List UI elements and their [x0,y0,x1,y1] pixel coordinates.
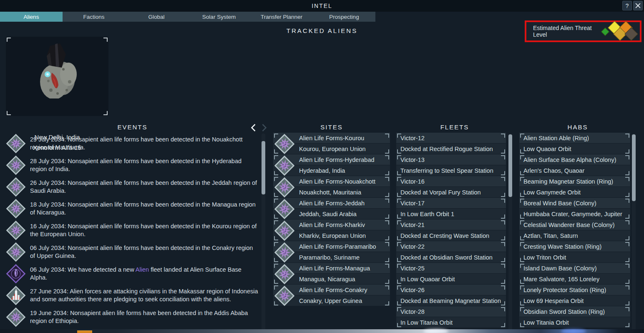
hab-item[interactable]: Celestial Wanderer Base (Colony) Aztlan,… [519,219,630,241]
fleet-status: Docked at Vorpal Fury Station [396,187,506,197]
tracked-alien-card[interactable]: New Delhi, India Xenoform Alfa-15 [6,37,108,116]
habs-header: HABS [519,124,636,132]
frame-corner [625,214,629,219]
hab-item[interactable]: Boreal Wind Base (Colony) Humbaba Crater… [519,198,630,219]
event-item[interactable]: 16 July 2034: Nonsapient alien life form… [4,219,261,241]
events-header: EVENTS [4,124,261,132]
site-item[interactable]: Alien Life Forms-Conakry Conakry, Upper … [273,285,390,306]
event-item[interactable]: 28 July 2034: Nonsapient alien life form… [4,154,261,176]
frame-corner [625,258,629,262]
help-button[interactable]: ? [622,1,632,10]
frame-corner [520,258,524,262]
fleet-item[interactable]: Victor-16 Docked at Vorpal Fury Station [396,176,506,198]
event-item[interactable]: 19 June 2034: Nonsapient alien life form… [4,306,261,328]
alien-lifeform-icon [5,154,27,176]
events-next-button[interactable] [259,122,269,133]
frame-corner [625,236,629,240]
threat-level-label: Estimated Alien Threat Level [533,25,598,38]
frame-corner [385,236,389,240]
alien-lifeform-icon [273,263,296,285]
site-item[interactable]: Alien Life Forms-Kourou Kourou, European… [273,133,390,154]
event-item[interactable]: 06 July 2034: Nonsapient alien life form… [4,241,261,263]
hab-item[interactable]: Alien Station Able (Ring) Low Quaoar Orb… [519,133,630,154]
site-item[interactable]: Alien Life Forms-Managua Managua, Nicara… [273,263,390,285]
frame-corner [397,177,401,181]
event-item[interactable]: 29 July 2034: Nonsapient alien life form… [4,133,261,154]
frame-corner [520,149,524,154]
fleets-list: Victor-12 Docked at Rectified Rogue Stat… [396,133,506,328]
sites-header: SITES [273,124,390,132]
site-item[interactable]: Alien Life Forms-Nouakchott Nouakchott, … [273,176,390,198]
fleet-item[interactable]: Victor-25 In Low Quaoar Orbit [396,263,506,285]
alien-attack-icon [5,285,27,306]
site-item[interactable]: Alien Life Forms-Kharkiv Kharkiv, Europe… [273,219,390,241]
fleet-item[interactable]: Victor-21 Docked at Cresting Wave Statio… [396,219,506,241]
intel-titlebar: INTEL [0,0,644,12]
tab[interactable]: Transfer Planner [250,12,313,22]
fleets-scrollbar-thumb[interactable] [508,134,512,197]
event-item[interactable]: 27 June 2034: Alien forces are attacking… [4,285,261,306]
event-item[interactable]: 26 July 2034: Nonsapient alien life form… [4,176,261,198]
fleet-name: Victor-16 [396,176,506,187]
close-button[interactable] [633,1,643,10]
frame-corner [520,242,524,246]
frame-corner [520,323,524,327]
alien-lifeform-icon [273,219,296,242]
tab-label: Transfer Planner [261,14,302,20]
frame-corner [520,301,524,305]
fleet-item[interactable]: Victor-13 Transferring to Steel Spear St… [396,154,506,176]
tab-label: Global [148,14,164,20]
fleet-item[interactable]: Victor-12 Docked at Rectified Rogue Stat… [396,133,506,154]
hab-name: Alien Surface Base Alpha (Colony) [519,154,630,165]
fleet-name: Victor-25 [396,263,506,273]
hab-item[interactable]: Beaming Magnetar Station (Ring) Low Gany… [519,176,630,198]
habs-list: Alien Station Able (Ring) Low Quaoar Orb… [519,133,630,328]
hab-name: Lonely Protector Station (Ring) [519,285,630,295]
hab-item[interactable]: Obsidian Sword Station (Ring) Low Titani… [519,306,630,328]
tab-label: Aliens [24,14,39,20]
frame-corner [501,220,505,225]
hab-item[interactable]: Island Dawn Base (Colony) Mare Salvatore… [519,263,630,285]
fleet-item[interactable]: Victor-28 In Low Titania Orbit [396,306,506,328]
tab-label: Factions [83,14,104,20]
fleet-item[interactable]: Victor-22 Docked at Obsidian Sword Stati… [396,241,506,263]
notification-peek [77,330,92,333]
fleet-name: Victor-17 [396,198,506,208]
frame-corner [501,264,505,268]
frame-corner [625,199,629,203]
alien-lifeform-icon [5,241,27,263]
tab[interactable]: Prospecting [313,12,375,22]
habs-scrollbar-thumb[interactable] [632,134,636,201]
hab-item[interactable]: Alien Surface Base Alpha (Colony) Arlen'… [519,154,630,176]
frame-corner [625,242,629,246]
frame-corner [397,214,401,219]
alien-lifeform-icon [5,198,27,219]
hab-item[interactable]: Lonely Protector Station (Ring) Low 69 H… [519,285,630,306]
event-item[interactable]: 06 July 2034: We have detected a new Ali… [4,263,261,285]
frame-corner [625,155,629,159]
frame-corner [103,111,108,115]
tab[interactable]: Global [125,12,188,22]
fleet-status: Docked at Rectified Rogue Station [396,144,506,154]
fleet-name: Victor-22 [396,241,506,252]
frame-corner [7,38,11,42]
tab[interactable]: Solar System [188,12,250,22]
hab-location: Mare Salvatore, 165 Loreley [519,274,630,284]
tab[interactable]: Aliens [0,12,63,22]
alien-fleet-icon [5,263,27,285]
frame-corner [625,193,629,197]
events-prev-button[interactable] [249,122,258,133]
event-item[interactable]: 18 July 2034: Nonsapient alien life form… [4,198,261,219]
site-item[interactable]: Alien Life Forms-Hyderabad Hyderabad, In… [273,154,390,176]
site-item[interactable]: Alien Life Forms-Paramaribo Paramaribo, … [273,241,390,263]
events-scrollbar-thumb[interactable] [262,141,265,194]
frame-corner [625,285,629,290]
site-item[interactable]: Alien Life Forms-Jeddah Jeddah, Saudi Ar… [273,198,390,219]
hab-location: Low Ganymede Orbit [519,187,630,197]
frame-corner [397,264,401,268]
hab-item[interactable]: Cresting Wave Station (Ring) Low Triton … [519,241,630,263]
fleet-item[interactable]: Victor-26 Docked at Beaming Magnetar Sta… [396,285,506,306]
frame-corner [7,111,11,115]
fleet-item[interactable]: Victor-17 In Low Earth Orbit 1 [396,198,506,219]
tab[interactable]: Factions [63,12,125,22]
